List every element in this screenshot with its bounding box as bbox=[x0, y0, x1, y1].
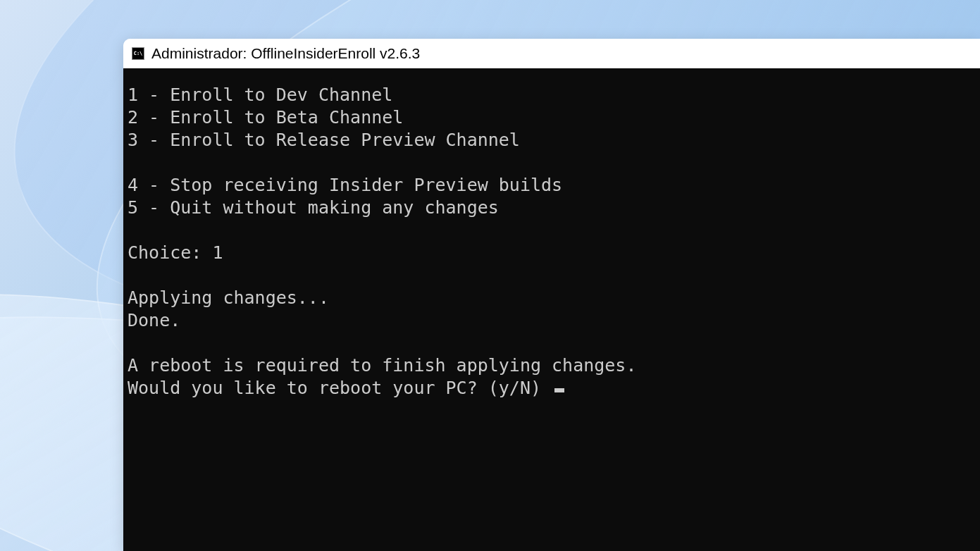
console-line: 5 - Quit without making any changes bbox=[128, 197, 499, 218]
console-line: 3 - Enroll to Release Preview Channel bbox=[128, 130, 520, 150]
console-line: 1 - Enroll to Dev Channel bbox=[128, 85, 392, 105]
console-line: Done. bbox=[128, 310, 180, 330]
console-line: 4 - Stop receiving Insider Preview build… bbox=[128, 175, 562, 195]
console-output[interactable]: 1 - Enroll to Dev Channel 2 - Enroll to … bbox=[123, 68, 980, 551]
cmd-icon: C:\ bbox=[132, 47, 144, 60]
console-prompt: Would you like to reboot your PC? (y/N) bbox=[128, 378, 552, 398]
console-window: C:\ Administrador: OfflineInsiderEnroll … bbox=[123, 39, 980, 551]
console-line: Applying changes... bbox=[128, 287, 329, 308]
console-line: A reboot is required to finish applying … bbox=[128, 355, 636, 376]
title-bar[interactable]: C:\ Administrador: OfflineInsiderEnroll … bbox=[123, 39, 980, 68]
window-title: Administrador: OfflineInsiderEnroll v2.6… bbox=[151, 45, 420, 62]
console-line: Choice: 1 bbox=[128, 242, 223, 263]
cursor bbox=[554, 388, 564, 392]
console-line: 2 - Enroll to Beta Channel bbox=[128, 107, 403, 128]
